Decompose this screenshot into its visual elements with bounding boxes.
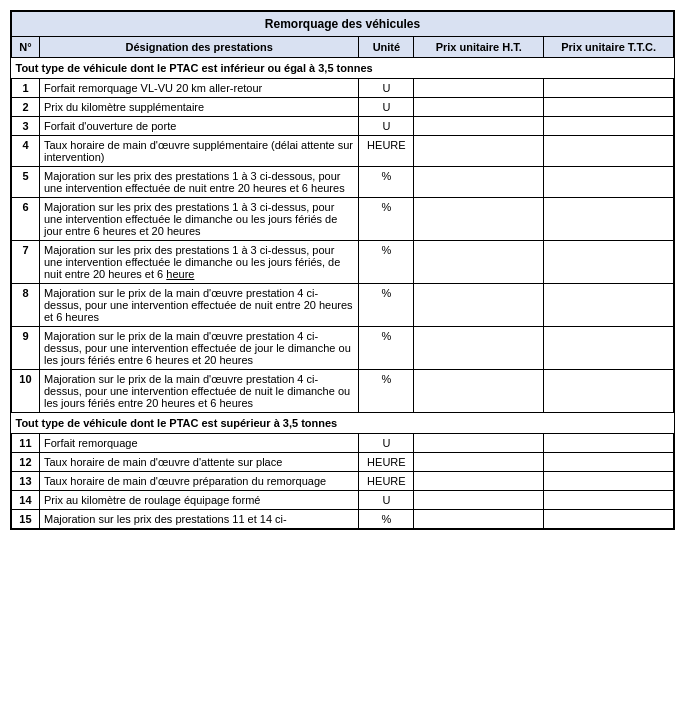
row-price-ttc bbox=[544, 241, 674, 284]
table-row: 2 Prix du kilomètre supplémentaire U bbox=[12, 98, 674, 117]
row-price-ht bbox=[414, 117, 544, 136]
row-desc: Taux horaire de main d'œuvre supplémenta… bbox=[39, 136, 358, 167]
row-unit: U bbox=[359, 491, 414, 510]
row-price-ttc bbox=[544, 198, 674, 241]
row-price-ht bbox=[414, 472, 544, 491]
table-row: 5 Majoration sur les prix des prestation… bbox=[12, 167, 674, 198]
row-unit: % bbox=[359, 198, 414, 241]
row-num: 4 bbox=[12, 136, 40, 167]
row-unit: % bbox=[359, 370, 414, 413]
column-header-row: N° Désignation des prestations Unité Pri… bbox=[12, 37, 674, 58]
row-price-ttc bbox=[544, 453, 674, 472]
row-unit: % bbox=[359, 167, 414, 198]
row-num: 2 bbox=[12, 98, 40, 117]
row-num: 12 bbox=[12, 453, 40, 472]
main-table-container: Remorquage des véhicules N° Désignation … bbox=[10, 10, 675, 530]
col-header-num: N° bbox=[12, 37, 40, 58]
table-row: 1 Forfait remorquage VL-VU 20 km aller-r… bbox=[12, 79, 674, 98]
row-price-ttc bbox=[544, 510, 674, 529]
row-unit: HEURE bbox=[359, 453, 414, 472]
row-unit: % bbox=[359, 510, 414, 529]
row-price-ttc bbox=[544, 370, 674, 413]
row-num: 9 bbox=[12, 327, 40, 370]
row-price-ht bbox=[414, 370, 544, 413]
row-price-ttc bbox=[544, 136, 674, 167]
table-row: 11 Forfait remorquage U bbox=[12, 434, 674, 453]
row-num: 5 bbox=[12, 167, 40, 198]
table-row: 13 Taux horaire de main d'œuvre préparat… bbox=[12, 472, 674, 491]
row-unit: U bbox=[359, 434, 414, 453]
row-desc: Forfait d'ouverture de porte bbox=[39, 117, 358, 136]
row-price-ht bbox=[414, 79, 544, 98]
row-price-ttc bbox=[544, 327, 674, 370]
row-price-ht bbox=[414, 136, 544, 167]
table-row: 7 Majoration sur les prix des prestation… bbox=[12, 241, 674, 284]
row-desc: Prix au kilomètre de roulage équipage fo… bbox=[39, 491, 358, 510]
row-price-ttc bbox=[544, 167, 674, 198]
row-price-ht bbox=[414, 327, 544, 370]
table-row: 6 Majoration sur les prix des prestation… bbox=[12, 198, 674, 241]
row-price-ttc bbox=[544, 491, 674, 510]
table-title: Remorquage des véhicules bbox=[12, 12, 674, 37]
row-price-ht bbox=[414, 434, 544, 453]
row-num: 14 bbox=[12, 491, 40, 510]
table-row: 4 Taux horaire de main d'œuvre supplémen… bbox=[12, 136, 674, 167]
table-row: 15 Majoration sur les prix des prestatio… bbox=[12, 510, 674, 529]
row-desc: Forfait remorquage bbox=[39, 434, 358, 453]
section-2-header: Tout type de véhicule dont le PTAC est s… bbox=[12, 413, 674, 434]
row-desc: Majoration sur les prix des prestations … bbox=[39, 510, 358, 529]
row-price-ttc bbox=[544, 434, 674, 453]
row-desc: Forfait remorquage VL-VU 20 km aller-ret… bbox=[39, 79, 358, 98]
row-price-ttc bbox=[544, 284, 674, 327]
row-unit: HEURE bbox=[359, 472, 414, 491]
row-num: 13 bbox=[12, 472, 40, 491]
col-header-unite: Unité bbox=[359, 37, 414, 58]
row-price-ttc bbox=[544, 472, 674, 491]
row-unit: HEURE bbox=[359, 136, 414, 167]
section-1-header: Tout type de véhicule dont le PTAC est i… bbox=[12, 58, 674, 79]
row-price-ht bbox=[414, 98, 544, 117]
row-desc: Majoration sur les prix des prestations … bbox=[39, 167, 358, 198]
row-num: 15 bbox=[12, 510, 40, 529]
row-price-ht bbox=[414, 491, 544, 510]
row-price-ht bbox=[414, 510, 544, 529]
table-row: 3 Forfait d'ouverture de porte U bbox=[12, 117, 674, 136]
row-num: 3 bbox=[12, 117, 40, 136]
row-unit: U bbox=[359, 98, 414, 117]
col-header-designation: Désignation des prestations bbox=[39, 37, 358, 58]
row-price-ttc bbox=[544, 79, 674, 98]
table-row: 8 Majoration sur le prix de la main d'œu… bbox=[12, 284, 674, 327]
row-desc: Majoration sur le prix de la main d'œuvr… bbox=[39, 327, 358, 370]
row-unit: U bbox=[359, 79, 414, 98]
row-price-ht bbox=[414, 198, 544, 241]
row-price-ttc bbox=[544, 98, 674, 117]
table-row: 14 Prix au kilomètre de roulage équipage… bbox=[12, 491, 674, 510]
col-header-ttc: Prix unitaire T.T.C. bbox=[544, 37, 674, 58]
row-price-ht bbox=[414, 453, 544, 472]
table-title-row: Remorquage des véhicules bbox=[12, 12, 674, 37]
row-desc: Majoration sur le prix de la main d'œuvr… bbox=[39, 284, 358, 327]
row-desc: Majoration sur les prix des prestations … bbox=[39, 198, 358, 241]
table-row: 9 Majoration sur le prix de la main d'œu… bbox=[12, 327, 674, 370]
row-desc: Prix du kilomètre supplémentaire bbox=[39, 98, 358, 117]
row-price-ttc bbox=[544, 117, 674, 136]
row-desc: Majoration sur les prix des prestations … bbox=[39, 241, 358, 284]
row-desc: Taux horaire de main d'œuvre d'attente s… bbox=[39, 453, 358, 472]
row-num: 10 bbox=[12, 370, 40, 413]
section-1-label: Tout type de véhicule dont le PTAC est i… bbox=[12, 58, 674, 79]
row-num: 6 bbox=[12, 198, 40, 241]
row-num: 8 bbox=[12, 284, 40, 327]
col-header-ht: Prix unitaire H.T. bbox=[414, 37, 544, 58]
row-desc: Taux horaire de main d'œuvre préparation… bbox=[39, 472, 358, 491]
row-unit: % bbox=[359, 241, 414, 284]
row-desc: Majoration sur le prix de la main d'œuvr… bbox=[39, 370, 358, 413]
row-num: 7 bbox=[12, 241, 40, 284]
row-unit: % bbox=[359, 327, 414, 370]
row-unit: U bbox=[359, 117, 414, 136]
row-num: 11 bbox=[12, 434, 40, 453]
row-price-ht bbox=[414, 167, 544, 198]
row-unit: % bbox=[359, 284, 414, 327]
table-row: 12 Taux horaire de main d'œuvre d'attent… bbox=[12, 453, 674, 472]
row-num: 1 bbox=[12, 79, 40, 98]
table-row: 10 Majoration sur le prix de la main d'œ… bbox=[12, 370, 674, 413]
